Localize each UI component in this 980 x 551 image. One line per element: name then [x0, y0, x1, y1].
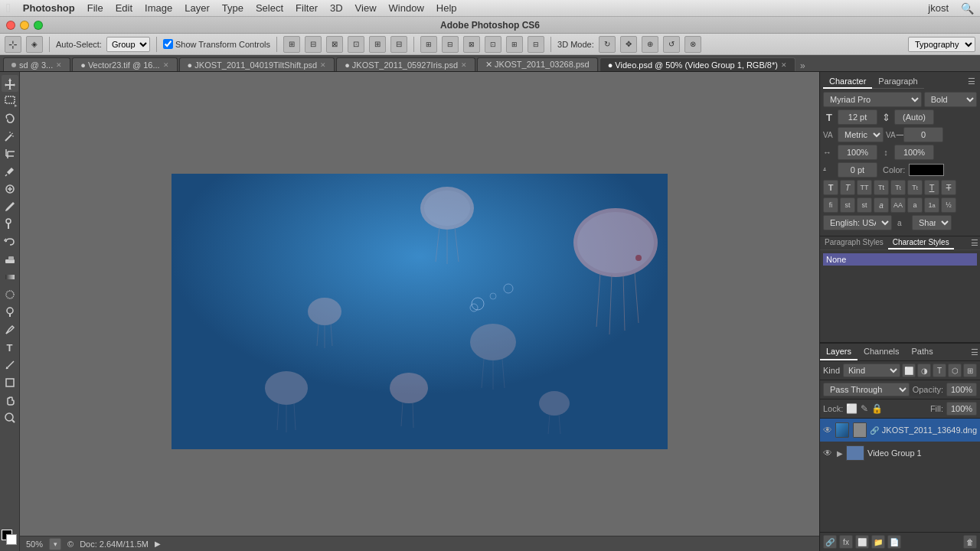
- underline-btn[interactable]: T: [924, 180, 939, 195]
- tab-03268[interactable]: ✕ JKOST_2011_03268.psd: [477, 57, 598, 71]
- align-right-btn[interactable]: ⊠: [326, 36, 343, 53]
- shape-tool[interactable]: [2, 374, 18, 391]
- titling-btn[interactable]: AA: [890, 197, 906, 213]
- paragraph-styles-tab[interactable]: Paragraph Styles: [820, 236, 888, 249]
- background-color[interactable]: [6, 534, 17, 545]
- 3d-slide-btn[interactable]: ⊗: [684, 36, 701, 53]
- blend-mode-select[interactable]: Pass Through Normal Multiply Screen: [823, 383, 910, 396]
- play-button[interactable]: ▶: [155, 540, 161, 548]
- align-center-h-btn[interactable]: ⊟: [305, 36, 322, 53]
- blur-tool[interactable]: [2, 286, 18, 303]
- leading-input[interactable]: [894, 109, 934, 125]
- history-brush-tool[interactable]: [2, 233, 18, 250]
- allcaps-btn[interactable]: TT: [857, 180, 872, 195]
- dodge-tool[interactable]: [2, 304, 18, 321]
- crop-tool[interactable]: [2, 145, 18, 162]
- lock-pixels-btn[interactable]: ⬜: [846, 403, 858, 414]
- pixel-filter-btn[interactable]: ⬜: [902, 364, 916, 377]
- lock-position-btn[interactable]: ✎: [861, 403, 868, 414]
- tab-video[interactable]: ● Video.psd @ 50% (Video Group 1, RGB/8*…: [599, 57, 795, 71]
- styles-menu-icon[interactable]: ☰: [969, 236, 980, 249]
- zoom-menu-button[interactable]: ▾: [49, 538, 61, 550]
- tab-sd[interactable]: sd @ 3... ✕: [3, 57, 70, 71]
- typography-dropdown[interactable]: Typography Essentials Painting: [908, 37, 975, 52]
- add-mask-btn[interactable]: ⬜: [855, 535, 869, 549]
- 3d-roll-btn[interactable]: ↺: [663, 36, 680, 53]
- channels-tab[interactable]: Channels: [858, 344, 905, 360]
- kerning-select[interactable]: Metrics Optical 0: [838, 127, 884, 142]
- delete-layer-btn[interactable]: 🗑: [963, 535, 977, 549]
- move-tool-icon[interactable]: ⊹: [5, 36, 21, 53]
- menu-window[interactable]: Window: [389, 2, 424, 14]
- add-style-btn[interactable]: fx: [839, 535, 853, 549]
- menu-select[interactable]: Select: [256, 2, 283, 14]
- scale-h-input[interactable]: [838, 145, 877, 160]
- tracking-input[interactable]: [903, 127, 943, 142]
- close-button[interactable]: [6, 21, 15, 30]
- zoom-tool[interactable]: [2, 409, 18, 426]
- language-select[interactable]: English: USA: [823, 215, 892, 230]
- menu-filter[interactable]: Filter: [296, 2, 318, 14]
- distribute-6[interactable]: ⊟: [528, 36, 544, 53]
- tab-iris[interactable]: ● JKOST_2011_05927Iris.psd ✕: [336, 57, 475, 71]
- font-size-input[interactable]: [838, 109, 877, 125]
- healing-tool[interactable]: [2, 181, 18, 197]
- tab-tiltshift-close[interactable]: ✕: [320, 61, 326, 69]
- superscript-btn[interactable]: Tt: [890, 180, 906, 195]
- scale-v-input[interactable]: [894, 145, 934, 160]
- distribute-1[interactable]: ⊞: [420, 36, 437, 53]
- 3d-zoom-btn[interactable]: ⊕: [642, 36, 658, 53]
- pen-tool[interactable]: [2, 321, 18, 338]
- eye-icon-dng[interactable]: 👁: [823, 425, 832, 435]
- contextual-btn[interactable]: a: [907, 197, 923, 213]
- minimize-button[interactable]: [20, 21, 29, 30]
- show-transform-checkbox[interactable]: [163, 39, 173, 49]
- menu-help[interactable]: Help: [436, 2, 457, 14]
- subscript-btn[interactable]: Tt: [907, 180, 923, 195]
- layer-item-dng[interactable]: 👁 🔗 JKOST_2011_13649.dng: [820, 419, 980, 442]
- distribute-3[interactable]: ⊠: [463, 36, 480, 53]
- discretionary-btn[interactable]: st: [857, 197, 872, 213]
- tab-character[interactable]: Character: [823, 75, 872, 89]
- swash-btn[interactable]: a: [874, 197, 889, 213]
- align-top-btn[interactable]: ⊡: [348, 36, 364, 53]
- search-icon[interactable]: 🔍: [961, 2, 974, 15]
- gradient-tool[interactable]: [2, 269, 18, 285]
- type-filter-btn[interactable]: T: [933, 364, 946, 377]
- 3d-pan-btn[interactable]: ✥: [620, 36, 637, 53]
- more-tabs-button[interactable]: »: [800, 60, 805, 71]
- link-layers-btn[interactable]: 🔗: [823, 535, 837, 549]
- fill-input[interactable]: [946, 402, 977, 416]
- move-tool[interactable]: [2, 75, 18, 92]
- bold-btn[interactable]: T: [823, 180, 838, 195]
- menu-layer[interactable]: Layer: [185, 2, 210, 14]
- antialiasing-select[interactable]: Sharp Crisp Strong Smooth: [912, 215, 952, 230]
- font-style-select[interactable]: Bold Regular Italic: [924, 92, 977, 107]
- eye-icon-videogroup[interactable]: 👁: [823, 448, 834, 458]
- smart-filter-btn[interactable]: ⊞: [963, 364, 977, 377]
- 3d-rotate-btn[interactable]: ↻: [599, 36, 616, 53]
- tab-vector[interactable]: ● Vector23.tif @ 16... ✕: [72, 57, 177, 71]
- shape-filter-btn[interactable]: ⬡: [948, 364, 962, 377]
- menu-view[interactable]: View: [355, 2, 377, 14]
- character-styles-tab[interactable]: Character Styles: [888, 236, 954, 249]
- menu-file[interactable]: File: [87, 2, 103, 14]
- tab-sd-close[interactable]: ✕: [56, 61, 62, 69]
- distribute-4[interactable]: ⊡: [485, 36, 501, 53]
- new-group-btn[interactable]: 📁: [871, 535, 885, 549]
- hand-tool[interactable]: [2, 392, 18, 409]
- tab-paragraph[interactable]: Paragraph: [872, 75, 923, 89]
- baseline-input[interactable]: [838, 162, 877, 178]
- apple-menu[interactable]: : [6, 2, 11, 15]
- eraser-tool[interactable]: [2, 251, 18, 268]
- brush-tool[interactable]: [2, 198, 18, 215]
- panel-menu-icon[interactable]: ☰: [966, 75, 977, 89]
- expand-icon-videogroup[interactable]: ▶: [837, 449, 843, 458]
- menu-image[interactable]: Image: [145, 2, 172, 14]
- text-tool[interactable]: T: [2, 339, 18, 356]
- oldstyle-btn[interactable]: st: [840, 197, 855, 213]
- layers-tab[interactable]: Layers: [820, 344, 858, 360]
- layer-item-videogroup[interactable]: 👁 ▶ Video Group 1: [820, 442, 980, 465]
- text-color-swatch[interactable]: [909, 164, 944, 176]
- lock-all-btn[interactable]: 🔒: [871, 403, 883, 414]
